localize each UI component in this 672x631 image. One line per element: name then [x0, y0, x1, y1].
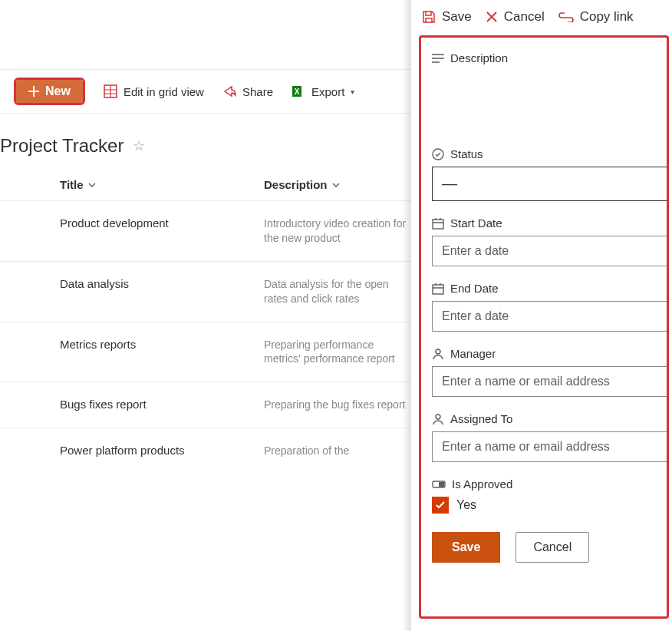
field-assigned-to: Assigned To	[432, 412, 667, 462]
panel-footer-buttons: Save Cancel	[432, 532, 667, 563]
panel-copylink-label: Copy link	[580, 9, 634, 25]
close-icon	[486, 11, 498, 23]
row-description: Preparation of the	[264, 444, 417, 458]
chevron-down-icon	[332, 181, 340, 189]
field-is-approved: Is Approved Yes	[432, 477, 667, 514]
calendar-icon	[432, 217, 444, 230]
row-description: Data analysis for the open rates and cli…	[264, 277, 417, 306]
is-approved-checkbox[interactable]: Yes	[432, 497, 667, 514]
column-header-description[interactable]: Description	[264, 178, 417, 191]
row-description: Preparing the bug fixes report	[264, 398, 417, 412]
row-title: Product development	[60, 216, 264, 246]
panel-form-highlight: Description Status — Start Date End Date	[419, 35, 669, 619]
panel-cancel-label: Cancel	[504, 9, 545, 25]
checkbox-checked-icon	[432, 497, 449, 514]
share-label: Share	[242, 85, 273, 98]
export-label: Export	[311, 85, 344, 98]
grid-icon	[104, 84, 117, 98]
new-button-highlight: New	[14, 78, 85, 105]
row-title: Power platform products	[60, 444, 264, 458]
description-label: Description	[450, 51, 508, 64]
share-button[interactable]: Share	[222, 84, 273, 98]
chevron-down-icon	[88, 181, 96, 189]
row-title: Bugs fixes report	[60, 398, 264, 412]
is-approved-value: Yes	[456, 498, 476, 512]
person-icon	[432, 348, 444, 360]
row-title: Data analysis	[60, 277, 264, 306]
svg-point-3	[433, 149, 443, 160]
svg-rect-4	[433, 220, 443, 229]
description-input[interactable]	[432, 71, 667, 132]
column-desc-label: Description	[264, 178, 328, 191]
new-button-label: New	[45, 84, 71, 98]
panel-copylink-button[interactable]: Copy link	[558, 9, 634, 25]
chevron-down-icon: ▾	[351, 88, 354, 96]
field-start-date: Start Date	[432, 216, 667, 266]
text-lines-icon	[432, 53, 444, 64]
field-description: Description	[432, 51, 667, 132]
panel-save-label: Save	[442, 9, 472, 25]
is-approved-label: Is Approved	[452, 477, 512, 491]
assigned-to-label: Assigned To	[450, 412, 512, 425]
svg-rect-9	[439, 482, 444, 487]
new-button[interactable]: New	[16, 80, 83, 103]
panel-save-button[interactable]: Save	[422, 9, 472, 25]
save-icon	[422, 10, 436, 24]
manager-label: Manager	[450, 347, 496, 360]
person-icon	[432, 413, 444, 425]
start-date-input[interactable]	[432, 236, 667, 266]
end-date-label: End Date	[450, 282, 499, 295]
share-icon	[222, 84, 236, 98]
column-header-title[interactable]: Title	[60, 178, 264, 191]
svg-rect-5	[433, 285, 443, 294]
row-description: Preparing performance metrics' performan…	[264, 338, 417, 367]
column-title-label: Title	[60, 178, 84, 191]
check-circle-icon	[432, 148, 444, 160]
start-date-label: Start Date	[450, 216, 502, 230]
edit-grid-button[interactable]: Edit in grid view	[104, 84, 204, 98]
status-label: Status	[450, 147, 483, 160]
assigned-to-input[interactable]	[432, 431, 667, 462]
excel-icon: X	[292, 84, 305, 98]
export-button[interactable]: X Export ▾	[292, 84, 354, 98]
calendar-icon	[432, 282, 444, 295]
field-manager: Manager	[432, 347, 667, 397]
plus-icon	[28, 86, 39, 97]
cancel-button[interactable]: Cancel	[516, 532, 589, 563]
field-end-date: End Date	[432, 282, 667, 332]
link-icon	[558, 12, 574, 22]
manager-input[interactable]	[432, 366, 667, 397]
side-panel: Save Cancel Copy link Description Status…	[411, 0, 672, 631]
panel-toolbar: Save Cancel Copy link	[411, 0, 672, 35]
end-date-input[interactable]	[432, 301, 667, 332]
toggle-icon	[432, 479, 446, 490]
row-title: Metrics reports	[60, 338, 264, 367]
status-input[interactable]: —	[432, 167, 667, 201]
row-description: Introductory video creation for the new …	[264, 216, 417, 246]
svg-text:X: X	[295, 88, 300, 96]
svg-point-6	[436, 349, 440, 354]
panel-shadow	[402, 0, 411, 631]
save-button[interactable]: Save	[432, 532, 500, 563]
list-title: Project Tracker	[0, 135, 124, 157]
svg-point-7	[436, 415, 440, 419]
panel-cancel-button[interactable]: Cancel	[486, 9, 545, 25]
field-status: Status —	[432, 147, 667, 201]
edit-grid-label: Edit in grid view	[124, 85, 204, 98]
favorite-star-icon[interactable]: ☆	[133, 137, 145, 154]
